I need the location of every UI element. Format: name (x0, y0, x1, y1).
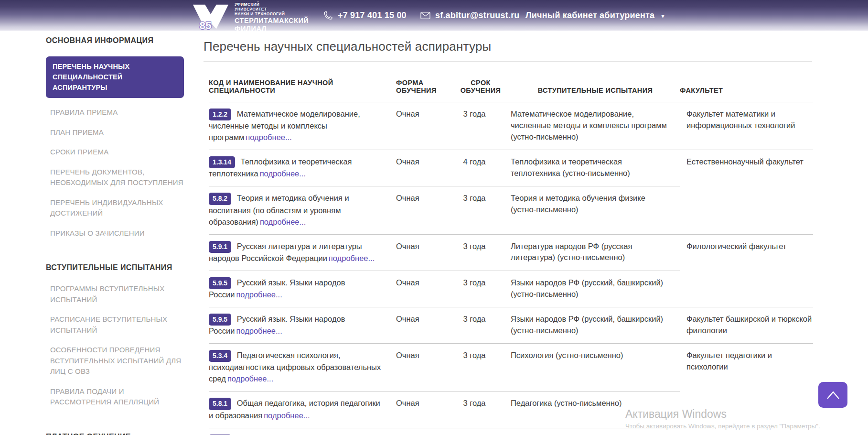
entrance-exams-cell: Теория и методика обучения физике (устно… (511, 186, 680, 234)
entrance-exams-cell: Языки народов РФ (русский, башкирский) (… (511, 271, 680, 307)
faculty-cell: Факультет башкирской и тюркской филологи… (680, 307, 813, 343)
more-link[interactable]: подробнее... (236, 326, 282, 335)
specialty-code-badge: 1.2.2 (209, 109, 231, 120)
scroll-to-top-button[interactable] (818, 382, 847, 408)
chevron-up-icon (825, 390, 841, 400)
sidebar-item[interactable]: РАСПИСАНИЕ ВСТУПИТЕЛЬНЫХ ИСПЫТАНИЙ (50, 314, 184, 336)
entrance-exams-cell: Математическое моделирование, численные … (511, 102, 680, 150)
page-title: Перечень научных специальностей аспирант… (204, 39, 817, 54)
more-link[interactable]: подробнее... (264, 411, 310, 420)
sidebar-section: ПЛАТНОЕ ОБУЧЕНИЕ (46, 433, 184, 435)
faculty-cell: Естественнонаучный факультет (680, 150, 813, 234)
study-term-cell: 3 года (450, 307, 511, 343)
sidebar-item[interactable]: ПРИКАЗЫ О ЗАЧИСЛЕНИИ (50, 228, 184, 239)
specialty-code-badge: 5.9.5 (209, 314, 231, 326)
study-form-cell: Очная (396, 392, 450, 428)
study-term-cell: 3 года (450, 234, 511, 271)
column-header-code-name: КОД И НАИМЕНОВАНИЕ НАУЧНОЙ СПЕЦИАЛЬНОСТИ (209, 62, 396, 102)
logo-university-line: УФИМСКИЙ (235, 2, 309, 7)
more-link[interactable]: подробнее... (246, 133, 291, 141)
code-name-cell: 5.8.2 Теория и методика обучения и воспи… (209, 186, 396, 234)
sidebar-item[interactable]: ПЕРЕЧЕНЬ ИНДИВИДУАЛЬНЫХ ДОСТИЖЕНИЙ (50, 197, 184, 219)
sidebar-item[interactable]: ПРОГРАММЫ ВСТУПИТЕЛЬНЫХ ИСПЫТАНИЙ (50, 283, 184, 305)
column-header-exams: ВСТУПИТЕЛЬНЫЕ ИСПЫТАНИЯ (511, 62, 680, 102)
sidebar-section-heading: ВСТУПИТЕЛЬНЫЕ ИСПЫТАНИЯ (46, 263, 184, 272)
email-link[interactable]: sf.abitur@struust.ru (420, 11, 520, 21)
specialty-row: 5.9.1 Русская литература и литературы на… (209, 234, 813, 271)
faculty-cell: Факультет математики и информационных те… (680, 102, 813, 150)
table-header-row: КОД И НАИМЕНОВАНИЕ НАУЧНОЙ СПЕЦИАЛЬНОСТИ… (209, 62, 813, 102)
study-term-cell: 3 года (450, 392, 511, 428)
sidebar: ОСНОВНАЯ ИНФОРМАЦИЯ ПЕРЕЧЕНЬ НАУЧНЫХ СПЕ… (46, 36, 184, 435)
study-form-cell: Очная (396, 186, 450, 234)
windows-activation-watermark: Активация Windows Чтобы активировать Win… (625, 408, 820, 430)
logo-university-name: УФИМСКИЙ УНИВЕРСИТЕТ НАУКИ И ТЕХНОЛОГИЙ (235, 2, 309, 16)
specialty-code-badge: 5.8.1 (209, 398, 231, 410)
entrance-exams-cell: Литература народов РФ (русская литератур… (511, 234, 680, 271)
main-content: Перечень научных специальностей аспирант… (204, 31, 817, 435)
watermark-title: Активация Windows (625, 408, 820, 420)
specialties-table-body: 1.2.2 Математическое моделирование, числ… (209, 102, 813, 435)
more-link[interactable]: подробнее... (329, 254, 375, 262)
phone-icon (323, 11, 333, 20)
sidebar-section: ОСНОВНАЯ ИНФОРМАЦИЯ ПЕРЕЧЕНЬ НАУЧНЫХ СПЕ… (46, 36, 184, 239)
study-form-cell: Очная (396, 428, 450, 435)
entrance-exams-cell: Языки народов РФ (русский, башкирский) (… (511, 307, 680, 343)
sidebar-item[interactable]: СРОКИ ПРИЕМА (50, 147, 184, 158)
study-term-cell: 3 года (450, 186, 511, 234)
more-link[interactable]: подробнее... (227, 374, 273, 383)
study-term-cell: 3 года (450, 271, 511, 307)
logo-university-line: НАУКИ И ТЕХНОЛОГИЙ (235, 11, 309, 16)
code-name-cell: 5.3.4 Педагогическая психология, психоди… (209, 344, 396, 392)
watermark-subtitle: Чтобы активировать Windows, перейдите в … (625, 422, 820, 430)
entrance-exams-cell: Психология (устно-письменно) (511, 344, 680, 392)
sidebar-item[interactable]: ПЕРЕЧЕНЬ ДОКУМЕНТОВ, НЕОБХОДИМЫХ ДЛЯ ПОС… (50, 167, 184, 188)
phone-link[interactable]: +7 917 401 15 00 (323, 11, 407, 21)
more-link[interactable]: подробнее... (260, 169, 306, 178)
specialty-row: 5.3.4 Педагогическая психология, психоди… (209, 344, 813, 392)
study-form-cell: Очная (396, 307, 450, 343)
sidebar-item[interactable]: ПРАВИЛА ПОДАЧИ И РАССМОТРЕНИЯ АПЕЛЛЯЦИЙ (50, 386, 184, 408)
column-header-faculty: ФАКУЛЬТЕТ (680, 62, 813, 102)
specialty-row: 1.3.14 Теплофизика и теоретическая тепло… (209, 150, 813, 186)
sidebar-section-heading: ОСНОВНАЯ ИНФОРМАЦИЯ (46, 36, 184, 45)
sidebar-item[interactable]: ПРАВИЛА ПРИЕМА (50, 107, 184, 118)
logo-85-badge: 85 (199, 19, 211, 31)
study-form-cell: Очная (396, 234, 450, 271)
specialty-code-badge: 1.3.14 (209, 156, 235, 168)
code-name-cell: 5.9.5 Русский язык. Языки народов России… (209, 307, 396, 343)
sidebar-section-items: ПРОГРАММЫ ВСТУПИТЕЛЬНЫХ ИСПЫТАНИЙРАСПИСА… (46, 283, 184, 408)
sidebar-item[interactable]: ОСОБЕННОСТИ ПРОВЕДЕНИЯ ВСТУПИТЕЛЬНЫХ ИСП… (50, 345, 184, 377)
code-name-cell: 1.2.2 Математическое моделирование, числ… (209, 102, 396, 150)
code-name-cell: 5.8.1 Общая педагогика, история педагоги… (209, 392, 396, 428)
study-form-cell: Очная (396, 102, 450, 150)
specialty-code-badge: 5.9.1 (209, 241, 231, 253)
logo-university-line: УНИВЕРСИТЕТ (235, 7, 309, 11)
sidebar-section: ВСТУПИТЕЛЬНЫЕ ИСПЫТАНИЯ ПРОГРАММЫ ВСТУПИ… (46, 263, 184, 408)
code-name-cell: 5.9.5 Русский язык. Языки народов России… (209, 271, 396, 307)
email-address: sf.abitur@struust.ru (435, 11, 520, 21)
study-form-cell: Очная (396, 150, 450, 186)
column-header-form: ФОРМА ОБУЧЕНИЯ (396, 62, 450, 102)
more-link[interactable]: подробнее... (236, 290, 282, 299)
specialty-row: 5.9.5 Русский язык. Языки народов России… (209, 307, 813, 343)
site-header: 85 УФИМСКИЙ УНИВЕРСИТЕТ НАУКИ И ТЕХНОЛОГ… (0, 0, 868, 31)
account-menu-button[interactable]: Личный кабинет абитуриента ▾ (525, 11, 664, 21)
caret-down-icon: ▾ (661, 12, 664, 20)
entrance-exams-cell: Теплофизика и теоретическая теплотехника… (511, 150, 680, 186)
study-term-cell: 3 года (450, 428, 511, 435)
sidebar-item-active[interactable]: ПЕРЕЧЕНЬ НАУЧНЫХ СПЕЦИАЛЬНОСТЕЙ АСПИРАНТ… (46, 56, 184, 98)
sidebar-section-items: ПЕРЕЧЕНЬ НАУЧНЫХ СПЕЦИАЛЬНОСТЕЙ АСПИРАНТ… (46, 56, 184, 239)
study-form-cell: Очная (396, 271, 450, 307)
study-term-cell: 3 года (450, 102, 511, 150)
account-menu-label: Личный кабинет абитуриента (525, 11, 654, 21)
more-link[interactable]: подробнее... (260, 218, 306, 226)
sidebar-item[interactable]: ПЛАН ПРИЕМА (50, 127, 184, 138)
code-name-cell: 5.8.7 Методология и технология профессио… (209, 428, 396, 435)
university-logo[interactable]: 85 УФИМСКИЙ УНИВЕРСИТЕТ НАУКИ И ТЕХНОЛОГ… (191, 2, 309, 33)
logo-branch-line: СТЕРЛИТАМАКСКИЙ (235, 17, 309, 24)
study-term-cell: 4 года (450, 150, 511, 186)
specialty-code-badge: 5.9.5 (209, 277, 231, 289)
code-name-cell: 1.3.14 Теплофизика и теоретическая тепло… (209, 150, 396, 186)
logo-mark-icon: 85 (191, 3, 230, 31)
